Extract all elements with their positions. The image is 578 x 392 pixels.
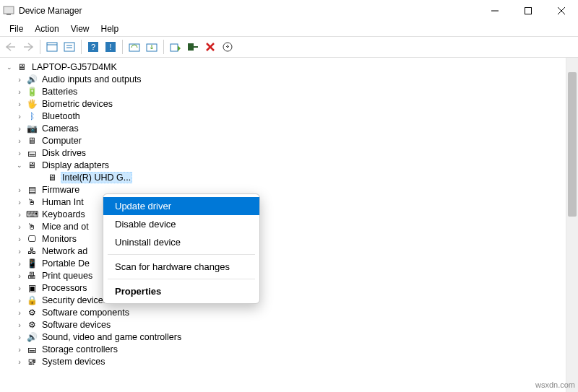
expander-icon[interactable] [14, 308, 25, 318]
device-icon: 🖥 [16, 61, 27, 73]
tree-item[interactable]: 🖧Network ad [4, 245, 578, 257]
svg-rect-1 [7, 14, 11, 15]
expander-icon[interactable] [14, 344, 25, 354]
expander-icon[interactable] [14, 136, 25, 146]
tree-item[interactable]: ⚙Software devices [4, 318, 578, 331]
expander-icon[interactable] [14, 197, 25, 207]
device-icon: 🖥 [26, 135, 38, 147]
device-icon: 🖴 [26, 147, 38, 159]
device-icon: 🔒 [26, 295, 38, 306]
menu-help[interactable]: Help [95, 22, 125, 35]
device-label: Audio inputs and outputs [40, 74, 143, 84]
expander-icon[interactable] [14, 258, 25, 269]
expander-icon[interactable] [14, 185, 25, 195]
show-hide-console-button[interactable] [44, 39, 60, 55]
device-label: Security devices [40, 295, 109, 305]
minimize-button[interactable] [478, 0, 512, 22]
device-label: Keyboards [40, 209, 87, 219]
tree-item[interactable]: 🖴Storage controllers [4, 343, 578, 355]
update-driver-toolbar-button[interactable] [144, 39, 160, 55]
titlebar: Device Manager [0, 0, 578, 22]
expander-icon[interactable] [14, 160, 25, 170]
svg-text:!: ! [110, 43, 112, 51]
ctx-uninstall-device[interactable]: Uninstall device [103, 233, 259, 251]
toolbar: ? ! [0, 36, 578, 58]
enable-device-toolbar-button[interactable] [168, 39, 184, 55]
expander-icon[interactable] [14, 246, 25, 256]
tree-item[interactable]: 🔊Sound, video and game controllers [4, 331, 578, 343]
ctx-scan-hardware[interactable]: Scan for hardware changes [103, 258, 259, 276]
device-icon: 🖥 [46, 172, 58, 183]
help-toolbar-button[interactable]: ? [85, 39, 101, 55]
scan-toolbar-button[interactable] [126, 39, 142, 55]
expander-icon[interactable] [14, 320, 25, 330]
expander-icon[interactable] [14, 283, 25, 293]
tree-item[interactable]: ▣Processors [4, 282, 578, 294]
svg-rect-8 [64, 43, 74, 51]
menu-view[interactable]: View [65, 22, 95, 35]
scrollbar[interactable] [566, 58, 578, 392]
forward-button[interactable] [20, 39, 36, 55]
expander-icon[interactable] [14, 234, 25, 244]
expander-icon[interactable] [14, 271, 25, 281]
device-label: Disk drives [40, 148, 87, 158]
expander-icon[interactable] [35, 173, 45, 183]
expander-icon[interactable] [14, 148, 25, 158]
expander-icon[interactable] [14, 74, 25, 84]
tree-item[interactable]: 🖴Disk drives [4, 147, 578, 159]
tree-item[interactable]: ᛒBluetooth [4, 110, 578, 122]
tree-item[interactable]: 🔋Batteries [4, 85, 578, 97]
ctx-update-driver[interactable]: Update driver [103, 197, 259, 215]
tree-item[interactable]: 🔊Audio inputs and outputs [4, 73, 578, 85]
tree-item[interactable]: 📱Portable De [4, 257, 578, 269]
expander-icon[interactable] [14, 99, 25, 109]
device-tree[interactable]: 🖥LAPTOP-GJ57D4MK🔊Audio inputs and output… [0, 58, 578, 367]
expander-icon[interactable] [14, 332, 25, 342]
expander-icon[interactable] [14, 87, 25, 97]
expander-icon[interactable] [14, 295, 25, 305]
tree-item-child[interactable]: 🖥Intel(R) UHD G... [4, 171, 578, 183]
device-icon: 🖥 [26, 160, 38, 171]
tree-item[interactable]: 🖱Mice and ot [4, 220, 578, 232]
menu-file[interactable]: File [4, 22, 29, 35]
tree-item[interactable]: ⚙Software components [4, 306, 578, 318]
device-label: Cameras [40, 123, 80, 134]
tree-item[interactable]: 📷Cameras [4, 122, 578, 134]
close-button[interactable] [545, 0, 578, 22]
device-icon: ᛒ [26, 110, 38, 122]
toolbar-separator [122, 40, 123, 54]
tree-item[interactable]: 🖥Display adapters [4, 159, 578, 171]
ctx-properties[interactable]: Properties [103, 282, 259, 300]
expander-icon[interactable] [14, 123, 25, 134]
maximize-button[interactable] [512, 0, 545, 22]
menu-action[interactable]: Action [29, 22, 64, 35]
menubar: File Action View Help [0, 22, 578, 36]
device-icon: 🖱 [26, 196, 38, 208]
expander-icon[interactable] [14, 357, 25, 367]
device-label: Sound, video and game controllers [40, 332, 183, 342]
tree-item[interactable]: 🖐Biometric devices [4, 97, 578, 110]
tree-item[interactable]: 🖳System devices [4, 355, 578, 367]
device-label: Processors [40, 283, 89, 293]
scrollbar-thumb[interactable] [568, 72, 577, 217]
tree-item[interactable]: ▤Firmware [4, 183, 578, 196]
tree-item[interactable]: 🖥Computer [4, 134, 578, 147]
device-icon: 🖧 [26, 245, 38, 257]
action-toolbar-button[interactable]: ! [103, 39, 118, 55]
add-legacy-toolbar-button[interactable] [220, 39, 236, 55]
tree-item[interactable]: ⌨Keyboards [4, 208, 578, 220]
ctx-disable-device[interactable]: Disable device [103, 215, 259, 233]
uninstall-device-toolbar-button[interactable] [202, 39, 218, 55]
expander-icon[interactable] [14, 111, 25, 121]
tree-item[interactable]: 🔒Security devices [4, 294, 578, 306]
disable-device-toolbar-button[interactable] [185, 39, 201, 55]
tree-item[interactable]: 🖵Monitors [4, 232, 578, 245]
tree-item[interactable]: 🖱Human Int [4, 196, 578, 208]
back-button[interactable] [3, 39, 19, 55]
tree-item[interactable]: 🖶Print queues [4, 269, 578, 282]
properties-toolbar-button[interactable] [61, 39, 77, 55]
expander-icon[interactable] [4, 62, 14, 72]
expander-icon[interactable] [14, 209, 25, 219]
tree-root[interactable]: 🖥LAPTOP-GJ57D4MK [4, 61, 578, 73]
expander-icon[interactable] [14, 222, 25, 232]
